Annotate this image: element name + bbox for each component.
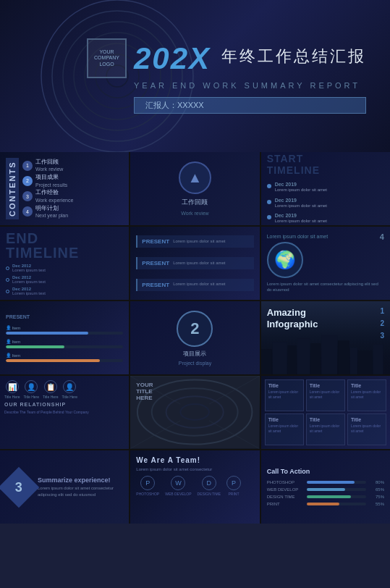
infographic-text: Infographic <box>267 319 318 330</box>
we-icon-label: WEB DEVELOP <box>165 492 191 496</box>
list-item: PRESENT Lorem ipsum dolor sit amet <box>136 257 253 269</box>
infoboxes-slide: Title Lorem ipsum dolor sit amet Title L… <box>261 376 390 449</box>
display-label-en: Project display <box>179 361 212 366</box>
infographic-nums: 1 2 3 <box>380 307 384 340</box>
amazing-text: Amazing <box>267 307 318 319</box>
info-box: Title Lorem ipsum dolor sit amet <box>347 379 386 411</box>
contents-label: CONTENTS <box>6 158 19 219</box>
info-title: Title <box>310 417 342 422</box>
we-icon-label: PHOTOSHOP <box>136 492 159 496</box>
list-item: Dec 2019Lorem ipsum dolor sit amet <box>267 198 384 209</box>
present-label: PRESENT <box>142 238 169 245</box>
timeline-label2: TIMELINE <box>6 245 123 260</box>
display-label-cn: 项目展示 <box>183 350 206 358</box>
list-item: Dec 2012Lorem ipsum text <box>6 287 123 295</box>
svg-rect-9 <box>287 345 296 374</box>
display-num-slide: 2 项目展示 Project display <box>130 301 259 374</box>
infographic-city-slide: Amazing Infographic 1 2 3 <box>261 301 390 374</box>
skill-fill <box>307 481 355 484</box>
skill-item: WEB DEVELOP 65% <box>267 487 384 492</box>
info-box: Title Lorem ipsum dolor sit amet <box>306 379 345 411</box>
contents-slide: CONTENTS 1 工作回顾Work review 2 项目成果Project… <box>0 152 129 225</box>
we-are-slide: We Are A Team! Lorem ipsum dolor sit ame… <box>130 450 259 524</box>
skill-track <box>307 488 366 491</box>
city-svg <box>261 335 390 374</box>
info-title: Title <box>268 417 300 422</box>
skill-item: PRINT 55% <box>267 502 384 506</box>
icons-row: 📊 Title Here 👤 Title Here 📋 Title Here 👤… <box>4 380 124 399</box>
list-item: 1 工作回顾Work review <box>22 159 123 172</box>
icon-item: 👤 Title Here <box>24 380 40 399</box>
info-text: Lorem ipsum dolor sit amet <box>310 424 342 433</box>
bar-track <box>6 359 123 362</box>
bar-track <box>6 345 123 348</box>
info-text: Lorem ipsum dolor sit amet <box>268 424 300 433</box>
list-item: 3 工作经验Work experience <box>22 189 123 203</box>
present-label: PRESENT <box>142 260 169 266</box>
we-icon: P <box>140 476 155 490</box>
info-title: Title <box>351 383 383 388</box>
we-icon-label: DESIGN TIME <box>198 492 221 496</box>
bars-slide: PRESENT 👤 Item 👤 Item 👤 Item <box>0 301 129 374</box>
skill-slide: Call To Action PHOTOSHOP 80% WEB DEVELOP… <box>261 450 390 524</box>
etl-content: Dec 2012Lorem ipsum text <box>12 287 46 295</box>
start-timeline-slide: START TIMELINE Dec 2019Lorem ipsum dolor… <box>261 152 390 225</box>
skill-name: PHOTOSHOP <box>267 480 303 484</box>
rocket-label-cn: 工作回顾 <box>182 198 208 207</box>
list-item: 4 明年计划Next year plan <box>22 205 123 219</box>
skill-fill <box>307 488 346 491</box>
icon-circle: 📊 <box>6 380 19 393</box>
etl-content: Dec 2012Lorem ipsum text <box>12 264 46 272</box>
logo-text: YOUR <box>99 49 114 55</box>
info-box: Title Lorem ipsum dolor sit amet <box>265 379 304 411</box>
hero-title-cn: 年终工作总结汇报 <box>221 46 366 67</box>
skill-track <box>307 481 366 484</box>
bar-item: 👤 Item <box>6 353 123 362</box>
start-label: START <box>267 153 384 164</box>
rocket-icon: ▲ <box>179 161 211 194</box>
skill-title: Call To Action <box>267 468 384 475</box>
tunnel-slide: YOUR TITLE HERE <box>130 376 259 449</box>
our-relationship-sub: Describe The Team of People Behind Your … <box>4 410 124 414</box>
bar-fill <box>6 359 100 362</box>
bar-fill <box>6 345 64 348</box>
slides-grid: CONTENTS 1 工作回顾Work review 2 项目成果Project… <box>0 152 390 524</box>
bar-item: 👤 Item <box>6 339 123 348</box>
item-num: 1 <box>22 161 33 171</box>
tunnel-text: YOUR TITLE HERE <box>136 382 153 401</box>
list-item: Dec 2019Lorem ipsum dolor sit amet <box>267 213 384 224</box>
list-item: PRESENT Lorem ipsum dolor sit amet <box>136 279 253 291</box>
logo-text2: COMPANY <box>94 55 119 61</box>
info-text: Lorem ipsum dolor sit amet <box>351 424 383 433</box>
skill-name: WEB DEVELOP <box>267 487 303 492</box>
info-box: Title Lorem ipsum dolor sit amet <box>347 413 386 445</box>
bar-label: 👤 Item <box>6 353 123 358</box>
info-title: Title <box>268 383 300 388</box>
info-title: Title <box>310 383 342 388</box>
skill-percent: 55% <box>370 502 384 506</box>
globe-slide: Lorem ipsum dolor sit amet 🌍 Lorem ipsum… <box>261 227 390 300</box>
we-icon: P <box>226 476 241 490</box>
bar-fill <box>6 332 88 335</box>
icon-circle: 👤 <box>25 380 38 393</box>
svg-rect-7 <box>261 349 272 374</box>
timeline-label: TIMELINE <box>267 164 384 176</box>
end-timeline-items: Dec 2012Lorem ipsum text Dec 2012Lorem i… <box>6 264 123 295</box>
list-item: 2 项目成果Project results <box>22 174 123 188</box>
icon-item: W WEB DEVELOP <box>165 476 191 496</box>
skill-percent: 75% <box>370 495 384 499</box>
icon-item: 📋 Title Here <box>43 380 59 399</box>
we-are-sub: Lorem ipsum dolor sit amet consectetur <box>136 467 253 471</box>
globe-content: Lorem ipsum dolor sit amet 🌍 Lorem ipsum… <box>261 228 390 299</box>
bars-title: PRESENT <box>6 314 123 319</box>
present-slide: PRESENT Lorem ipsum dolor sit amet PRESE… <box>130 227 259 300</box>
tl-content: Dec 2019Lorem ipsum dolor sit amet <box>275 213 327 224</box>
logo-text3: LOGO <box>99 62 114 67</box>
info-box: Title Lorem ipsum dolor sit amet <box>306 413 345 445</box>
we-icon-label: PRINT <box>229 492 239 496</box>
display-number: 2 <box>177 311 213 347</box>
hero-title-row: YOUR COMPANY LOGO 202X 年终工作总结汇报 <box>87 38 366 78</box>
end-timeline-slide: END TIMELINE Dec 2012Lorem ipsum text De… <box>0 227 129 300</box>
our-relationship-title: OUR RELATIONSHIP <box>4 402 124 407</box>
svg-rect-13 <box>338 340 349 374</box>
